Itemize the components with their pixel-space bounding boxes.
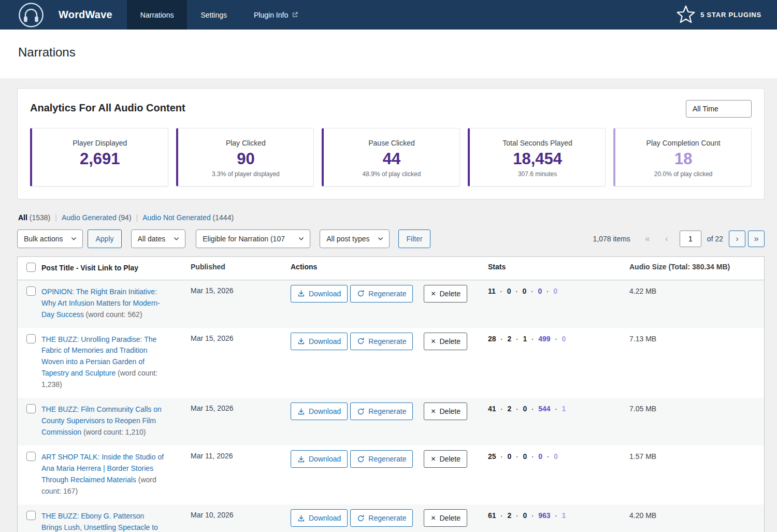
regenerate-label: Regenerate — [368, 407, 406, 415]
nav-item-label: Settings — [200, 11, 227, 19]
dot-separator: · — [516, 336, 518, 343]
dot-separator: · — [547, 453, 549, 461]
vendor-logo: 5 STAR PLUGINS — [675, 5, 761, 25]
audio-size: 1.57 MB — [629, 445, 764, 505]
stat-value: 0 — [562, 335, 566, 343]
delete-button[interactable]: ✕ Delete — [424, 450, 467, 468]
regenerate-label: Regenerate — [368, 455, 406, 463]
filter-button[interactable]: Filter — [398, 229, 430, 248]
select-all-checkbox[interactable] — [26, 263, 36, 272]
regenerate-button[interactable]: Regenerate — [350, 285, 413, 303]
published-date: Mar 10, 2026 — [185, 505, 291, 532]
stat-value: 0 — [523, 405, 527, 413]
stat-label: Pause Clicked — [329, 139, 454, 147]
delete-button[interactable]: ✕ Delete — [424, 333, 467, 350]
post-title-link[interactable]: THE BUZZ: Ebony G. Patterson Brings Lush… — [41, 512, 158, 532]
row-checkbox[interactable] — [26, 511, 36, 520]
regenerate-button[interactable]: Regenerate — [350, 402, 413, 420]
view-all[interactable]: All (1538) — [18, 213, 50, 222]
dot-separator: · — [501, 512, 503, 520]
delete-button[interactable]: ✕ Delete — [424, 402, 467, 420]
stat-card-pause-clicked: Pause Clicked 44 48.9% of play clicked — [322, 128, 460, 186]
dot-separator: · — [531, 288, 533, 295]
delete-button[interactable]: ✕ Delete — [424, 285, 467, 303]
row-checkbox[interactable] — [26, 404, 36, 413]
view-audio-not-generated[interactable]: Audio Not Generated (1444) — [142, 213, 234, 222]
regenerate-button[interactable]: Regenerate — [350, 333, 413, 350]
stat-sub: 307.6 minutes — [475, 170, 600, 178]
row-actions: Download Regenerate ✕ Delete — [291, 398, 488, 445]
stat-value: 499 — [538, 335, 550, 343]
dot-separator: · — [555, 512, 557, 520]
stat-sub: 48.9% of play clicked — [329, 170, 454, 178]
stat-value: 0 — [538, 287, 542, 295]
audio-size: 7.05 MB — [629, 398, 764, 445]
bulk-actions-select[interactable]: Bulk actions — [17, 229, 83, 248]
dates-select[interactable]: All dates — [131, 229, 186, 248]
stat-value: 0 — [523, 511, 527, 520]
stat-value: 2 — [508, 405, 512, 413]
nav-item-narrations[interactable]: Narrations — [127, 0, 188, 30]
delete-label: Delete — [440, 407, 461, 415]
download-button[interactable]: Download — [291, 402, 348, 420]
delete-icon: ✕ — [430, 515, 436, 521]
row-stats: 41·2·0·544·1 — [488, 398, 629, 445]
download-button[interactable]: Download — [291, 450, 348, 468]
bulk-actions-value: Bulk actions — [24, 235, 63, 243]
view-label: Audio Not Generated — [142, 213, 211, 222]
word-count: (word count: 1,210) — [83, 428, 146, 436]
next-page-button[interactable]: › — [729, 231, 745, 247]
stat-sub: 20.0% of play clicked — [621, 170, 746, 178]
last-page-button[interactable]: » — [748, 231, 765, 247]
stat-value: 0 — [507, 287, 511, 295]
delete-button[interactable]: ✕ Delete — [424, 509, 467, 527]
download-icon — [297, 455, 305, 463]
regenerate-label: Regenerate — [368, 337, 406, 346]
row-actions: Download Regenerate ✕ Delete — [291, 445, 488, 505]
header-stats: Stats — [488, 257, 629, 280]
dot-separator: · — [555, 336, 557, 343]
stat-value: 2 — [508, 511, 512, 520]
row-checkbox[interactable] — [26, 334, 36, 343]
regenerate-icon — [357, 408, 365, 415]
stat-value: 18 — [621, 150, 746, 168]
dot-separator: · — [501, 406, 503, 413]
current-page-input[interactable] — [680, 231, 701, 247]
chevron-down-icon — [174, 237, 179, 241]
view-count: (1444) — [213, 213, 234, 222]
regenerate-icon — [357, 290, 365, 297]
download-icon — [297, 408, 305, 415]
view-audio-generated[interactable]: Audio Generated (94) — [62, 213, 132, 222]
regenerate-button[interactable]: Regenerate — [350, 450, 413, 468]
download-label: Download — [309, 407, 341, 415]
time-range-select[interactable]: All Time — [686, 100, 752, 118]
row-checkbox[interactable] — [26, 452, 36, 461]
post-types-select[interactable]: All post types — [320, 229, 390, 248]
page-title: Narrations — [18, 45, 759, 60]
time-range-value: All Time — [693, 105, 718, 113]
external-link-icon — [292, 11, 298, 18]
list-toolbar: Bulk actions Apply All dates Eligible fo… — [17, 229, 765, 248]
stat-value: 1 — [523, 335, 527, 343]
stat-value: 2,691 — [37, 150, 163, 168]
download-label: Download — [309, 514, 341, 522]
nav-item-settings[interactable]: Settings — [187, 0, 240, 30]
regenerate-icon — [357, 514, 365, 522]
nav-item-plugin-info[interactable]: Plugin Info — [240, 0, 312, 30]
stat-value: 1 — [562, 511, 566, 520]
stat-value: 25 — [488, 452, 496, 461]
regenerate-button[interactable]: Regenerate — [350, 509, 413, 527]
apply-button[interactable]: Apply — [88, 229, 121, 248]
download-button[interactable]: Download — [291, 285, 348, 303]
download-button[interactable]: Download — [291, 333, 348, 350]
page-header: Narrations — [0, 30, 777, 78]
table-body: OPINION: The Right Brain Initiative: Why… — [18, 280, 764, 532]
regenerate-label: Regenerate — [368, 290, 406, 298]
row-checkbox[interactable] — [26, 286, 36, 296]
regenerate-icon — [357, 455, 365, 463]
download-button[interactable]: Download — [291, 509, 348, 527]
dot-separator: · — [555, 406, 557, 413]
dot-separator: · — [531, 336, 534, 343]
eligibility-select[interactable]: Eligible for Narration (107 — [196, 229, 310, 248]
dot-separator: · — [516, 288, 518, 295]
